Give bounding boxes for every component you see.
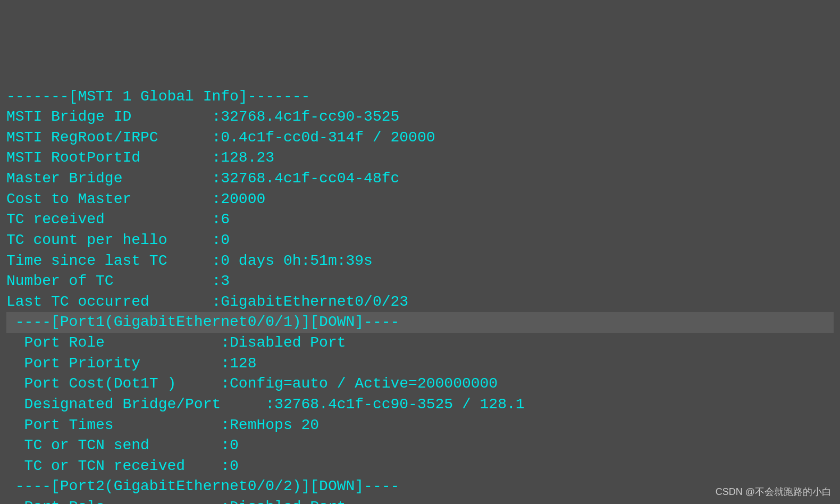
terminal-content: -------[MSTI 1 Global Info]-------MSTI B… bbox=[6, 45, 834, 504]
terminal-line: Port Times :RemHops 20 bbox=[6, 415, 834, 436]
terminal-line: TC or TCN received :0 bbox=[6, 456, 834, 477]
terminal-line: Port Priority :128 bbox=[6, 354, 834, 374]
terminal-line: Number of TC :3 bbox=[6, 271, 834, 292]
terminal-window: -------[MSTI 1 Global Info]-------MSTI B… bbox=[0, 0, 840, 504]
terminal-line: Port Role :Disabled Port bbox=[6, 333, 834, 354]
terminal-line: Port Role :Disabled Port bbox=[6, 497, 834, 504]
terminal-line: Cost to Master :20000 bbox=[6, 189, 834, 210]
terminal-line: TC received :6 bbox=[6, 209, 834, 230]
terminal-line: Time since last TC :0 days 0h:51m:39s bbox=[6, 251, 834, 272]
terminal-line: ----[Port2(GigabitEthernet0/0/2)][DOWN]-… bbox=[6, 476, 834, 497]
terminal-line: MSTI Bridge ID :32768.4c1f-cc90-3525 bbox=[6, 107, 834, 128]
terminal-line: ----[Port1(GigabitEthernet0/0/1)][DOWN]-… bbox=[6, 312, 834, 333]
watermark: CSDN @不会就跑路的小白 bbox=[716, 485, 831, 499]
terminal-line: Designated Bridge/Port :32768.4c1f-cc90-… bbox=[6, 394, 834, 415]
terminal-line: MSTI RootPortId :128.23 bbox=[6, 148, 834, 169]
terminal-line: Master Bridge :32768.4c1f-cc04-48fc bbox=[6, 169, 834, 189]
terminal-line: MSTI RegRoot/IRPC :0.4c1f-cc0d-314f / 20… bbox=[6, 128, 834, 148]
terminal-line: Last TC occurred :GigabitEthernet0/0/23 bbox=[6, 292, 834, 313]
terminal-line: -------[MSTI 1 Global Info]------- bbox=[6, 87, 834, 107]
terminal-line: Port Cost(Dot1T ) :Config=auto / Active=… bbox=[6, 374, 834, 394]
terminal-line: TC or TCN send :0 bbox=[6, 435, 834, 456]
terminal-line: TC count per hello :0 bbox=[6, 230, 834, 251]
